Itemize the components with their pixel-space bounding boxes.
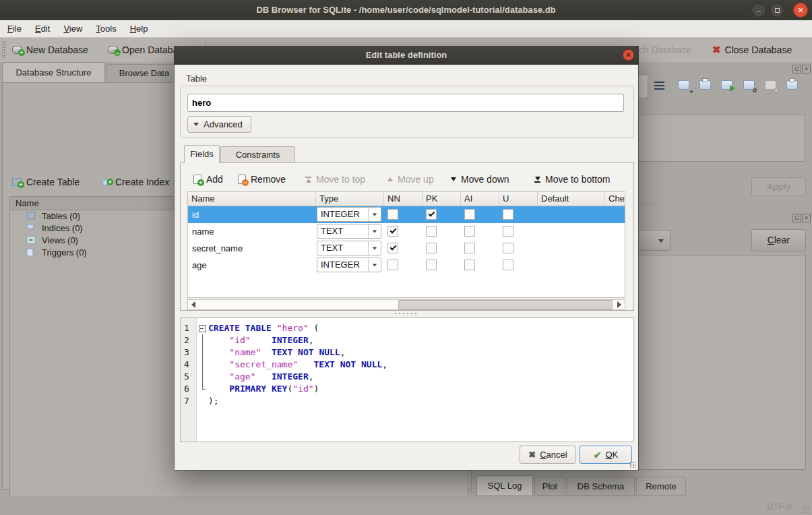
type-dropdown[interactable]: INTEGER [317, 207, 381, 222]
action-move-up[interactable]: Move up [387, 171, 434, 188]
field-type-cell[interactable]: TEXT [316, 223, 384, 240]
ai-checkbox[interactable] [464, 226, 475, 237]
column-header-default[interactable]: Default [538, 192, 605, 206]
ai-checkbox[interactable] [464, 209, 475, 220]
table-row-name[interactable]: nameTEXT [188, 223, 625, 240]
nn-checkbox[interactable] [387, 260, 398, 270]
nn-checkbox[interactable] [387, 209, 398, 220]
pk-checkbox[interactable] [426, 209, 437, 220]
advanced-button[interactable]: Advanced [187, 116, 251, 133]
column-header-ai[interactable]: AI [461, 192, 499, 206]
toolbar-close-database[interactable]: ✖Close Database [712, 41, 792, 59]
scroll-left-icon[interactable] [188, 300, 199, 309]
field-name-cell[interactable]: id [188, 206, 316, 223]
pk-checkbox[interactable] [426, 226, 437, 237]
menu-item-help[interactable]: Help [124, 20, 154, 38]
column-header-name[interactable]: Name [188, 192, 316, 206]
table-row-age[interactable]: ageINTEGER [188, 257, 625, 274]
tab-plot[interactable]: Plot [534, 477, 565, 496]
action-move-to-bottom[interactable]: Move to bottom [534, 171, 611, 188]
column-header-check[interactable]: Check [605, 192, 625, 206]
scroll-right-icon[interactable] [614, 300, 625, 309]
column-header-nn[interactable]: NN [384, 192, 423, 206]
field-default-cell[interactable] [538, 206, 605, 223]
table-row-secret-name[interactable]: secret_nameTEXT [188, 240, 625, 257]
u-checkbox[interactable] [503, 243, 513, 253]
type-dropdown[interactable]: TEXT [317, 224, 381, 239]
menu-item-file[interactable]: File [1, 20, 28, 38]
action-add[interactable]: +Add [193, 171, 223, 188]
dialog-close-button[interactable]: ✕ [623, 49, 634, 61]
dock-float-button-2[interactable] [792, 214, 801, 222]
field-check-cell[interactable] [605, 257, 625, 274]
field-name-cell[interactable]: age [188, 257, 316, 274]
u-checkbox[interactable] [503, 260, 513, 270]
menu-item-view[interactable]: View [57, 20, 88, 38]
dock-splitter-handle[interactable] [636, 203, 656, 206]
ai-checkbox[interactable] [464, 260, 475, 270]
fields-grid-hscrollbar[interactable] [187, 299, 625, 310]
field-type-cell[interactable]: TEXT [316, 240, 384, 257]
export-icon[interactable] [718, 77, 736, 94]
indent-icon[interactable] [651, 77, 668, 94]
dialog-tab-constraints[interactable]: Constraints [220, 146, 295, 163]
print-icon[interactable] [784, 77, 801, 94]
tab-remote[interactable]: Remote [636, 477, 686, 496]
field-default-cell[interactable] [538, 257, 605, 274]
field-check-cell[interactable] [605, 240, 625, 257]
window-resize-grip[interactable] [803, 506, 811, 514]
field-check-cell[interactable] [605, 223, 625, 240]
dock-close-icon[interactable]: ✕ [802, 65, 811, 73]
table-row-id[interactable]: idINTEGER [188, 206, 625, 223]
button-create-index[interactable]: +Create Index [102, 173, 169, 191]
field-type-cell[interactable]: INTEGER [316, 257, 384, 274]
menu-item-edit[interactable]: Edit [29, 20, 56, 38]
ok-button[interactable]: ✔OK [580, 446, 632, 464]
dock-close-icon-2[interactable]: ✕ [802, 214, 811, 222]
nn-checkbox[interactable] [387, 226, 398, 237]
tab-sql-log[interactable]: SQL Log [476, 475, 533, 496]
partial-toolbar-button[interactable] [637, 74, 648, 98]
fold-marker[interactable] [197, 322, 207, 334]
action-move-to-top[interactable]: Move to top [305, 171, 365, 188]
tab-browse-data[interactable]: Browse Data [106, 64, 182, 82]
ai-checkbox[interactable] [464, 243, 475, 253]
action-move-down[interactable]: Move down [451, 171, 509, 188]
apply-button[interactable]: Apply [751, 177, 806, 196]
sql-preview-editor[interactable]: 1234567 CREATE TABLE "hero" ( "id" INTEG… [180, 317, 634, 442]
u-checkbox[interactable] [503, 209, 513, 220]
column-header-type[interactable]: Type [316, 192, 384, 206]
field-default-cell[interactable] [538, 223, 605, 240]
close-button[interactable]: ✕ [793, 3, 808, 18]
clear-button[interactable]: Clear [751, 229, 806, 251]
dock-float-button[interactable] [792, 65, 801, 73]
dialog-tab-fields[interactable]: Fields [184, 145, 220, 163]
field-default-cell[interactable] [538, 240, 605, 257]
field-name-cell[interactable]: name [188, 223, 316, 240]
pk-checkbox[interactable] [426, 260, 437, 270]
scrollbar-thumb[interactable] [398, 300, 613, 309]
tab-database-structure[interactable]: Database Structure [2, 62, 105, 82]
column-header-pk[interactable]: PK [423, 192, 461, 206]
toolbar-drag-handle[interactable] [2, 42, 5, 58]
button-create-table[interactable]: +Create Table [12, 173, 80, 191]
nn-checkbox[interactable] [387, 243, 398, 253]
toolbar-new-database[interactable]: +New Database [12, 41, 88, 59]
dialog-resize-grip[interactable] [629, 461, 636, 468]
menu-item-tools[interactable]: Tools [90, 20, 122, 38]
field-name-cell[interactable]: secret_name [188, 240, 316, 257]
cancel-button[interactable]: ✖Cancel [520, 446, 576, 464]
null-icon[interactable] [762, 77, 780, 94]
code-fold-column[interactable] [197, 322, 207, 407]
maximize-button[interactable] [770, 3, 784, 18]
minimize-button[interactable]: – [751, 3, 766, 18]
action-remove[interactable]: −Remove [238, 171, 286, 188]
link-icon[interactable] [741, 77, 758, 94]
open-icon[interactable] [675, 77, 693, 94]
field-type-cell[interactable]: INTEGER [316, 206, 384, 223]
type-dropdown[interactable]: TEXT [317, 241, 381, 255]
column-header-u[interactable]: U [499, 192, 538, 206]
type-dropdown[interactable]: INTEGER [317, 258, 381, 272]
table-name-input[interactable] [187, 94, 624, 112]
tab-db-schema[interactable]: DB Schema [567, 477, 635, 496]
